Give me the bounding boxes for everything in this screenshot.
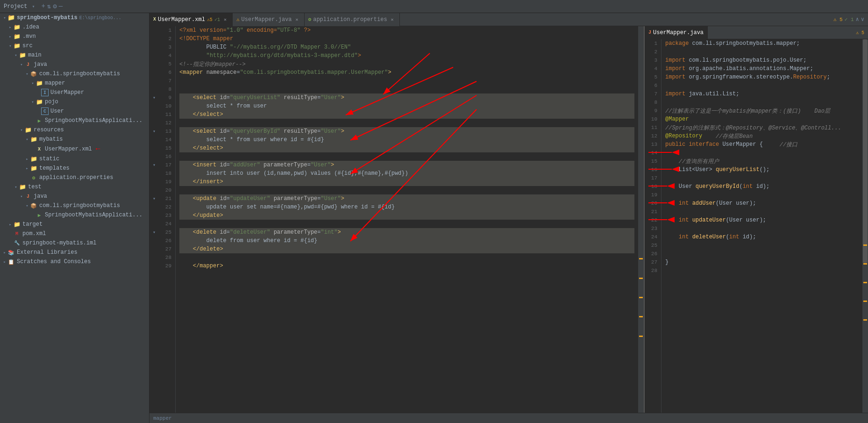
java-line-num-28: 28 [648,266,657,275]
sidebar-item-test-app[interactable]: ▶ SpringbootMybatisApplicati... [0,210,149,220]
tab-close-button[interactable]: ✕ [389,16,396,23]
java-line-num-24: 24 [648,233,657,241]
line-num-10: 10 [163,102,171,110]
dropdown-arrow[interactable]: ▾ [32,4,35,9]
sidebar-item-test-java[interactable]: J java [0,192,149,201]
sidebar-item-test-package[interactable]: 📦 com.li.springbootmybatis [0,201,149,210]
sidebar-item-usermapper-java[interactable]: I UserMapper [0,88,149,97]
xml-code-editor[interactable]: ▾ ▾ ▾ ▾ [149,26,644,413]
code-line-5: <!--指定你的mapper--> [179,60,634,68]
sidebar-item-java[interactable]: J java [0,60,149,69]
folder-icon: 📁 [13,42,21,50]
sidebar-item-mvn[interactable]: 📁 .mvn [0,32,149,41]
gutter-fold-21[interactable]: ▾ [149,194,159,203]
code-line-13: <select id="queryUserById" resultType="U… [179,127,634,136]
warning-marker-1 [639,258,643,259]
xml-icon: M [13,230,21,237]
scratch-icon: 📋 [7,258,15,265]
sidebar-item-static[interactable]: 📁 static [0,154,149,164]
sidebar-item-target[interactable]: 📁 target [0,220,149,229]
java-code-editor[interactable]: 1 2 3 4 5 6 7 8 9 10 11 12 13 [645,39,868,413]
java-code-lines[interactable]: package com.li.springbootmybatis.mapper;… [662,39,862,413]
xml-scrollbar[interactable] [638,26,644,413]
java-line-17 [665,174,859,182]
nav-up[interactable]: ∧ [856,16,859,23]
code-line-20 [179,186,634,194]
sidebar-item-label: static [39,156,59,162]
warning-marker-4 [639,316,643,317]
tab-usermapper-java[interactable]: ⚠ UserMapper.java ✕ [233,13,305,26]
minimize-icon[interactable]: — [59,2,63,10]
java-line-28 [665,266,859,275]
sidebar-item-mybatis-folder[interactable]: 📁 mybatis [0,135,149,144]
gutter-fold-17[interactable]: ▾ [149,161,159,169]
line-num-14: 14 [163,136,171,144]
sidebar-item-mapper-folder[interactable]: 📁 mapper [0,79,149,88]
sidebar-item-package[interactable]: 📦 com.li.springbootmybatis [0,69,149,79]
sidebar-item-springboot-mybatis[interactable]: 📁 springboot-mybatis E:\springboo... [0,13,149,22]
arrow-icon [7,222,13,227]
java-scrollbar[interactable] [862,39,868,413]
sidebar-item-pom[interactable]: M pom.xml [0,229,149,238]
sidebar-item-label: java [34,193,47,200]
gutter-fold-13[interactable]: ▾ [149,127,159,136]
sidebar[interactable]: 📁 springboot-mybatis E:\springboo... 📁 .… [0,13,149,423]
java-line-num-17: 17 [648,174,657,182]
add-icon[interactable]: + [41,2,45,10]
tab-close-button[interactable]: ✕ [294,16,300,23]
gutter-line-16 [149,152,159,161]
folder-icon: 📁 [30,165,37,172]
line-num-22: 22 [163,203,171,211]
xml-file-icon: X [36,145,43,153]
code-line-9: <select id="queryUserList" resultType="U… [179,93,634,102]
gutter-fold-9[interactable]: ▾ [149,93,159,102]
gutter-line-23 [149,211,159,220]
java-line-23 [665,224,859,233]
java-line-24: int deleteUser(int id); [665,233,859,241]
sidebar-item-scratches[interactable]: 📋 Scratches and Consoles [0,257,149,266]
xml-code-lines[interactable]: <?xml version="1.0" encoding="UTF-8" ?> … [176,26,638,413]
right-tab-usermapper-java[interactable]: J UserMapper.java [645,26,708,39]
sidebar-item-user-class[interactable]: C User [0,107,149,116]
nav-down[interactable]: ∨ [861,16,864,23]
sidebar-item-resources[interactable]: 📁 resources [0,125,149,135]
code-line-7 [179,77,634,85]
sidebar-item-iml[interactable]: 🔧 springboot-mybatis.iml [0,238,149,248]
java-line-20: int addUser(User user); [665,199,859,208]
gutter-line-24 [149,220,159,228]
sidebar-item-app-properties[interactable]: ⚙ application.properties [0,173,149,182]
line-num-27: 27 [163,245,171,253]
sidebar-item-label: java [34,61,47,68]
sidebar-item-usermapper-xml[interactable]: X UserMapper.xml ← [0,144,149,154]
arrow-icon [7,240,13,246]
tab-application-properties[interactable]: ⚙ application.properties ✕ [305,13,400,26]
java-line-12: @Repository //存储层Bean [665,132,859,140]
sidebar-item-springboot-app[interactable]: ▶ SpringbootMybatisApplicati... [0,116,149,125]
sidebar-item-label: pom.xml [22,230,46,237]
code-line-16 [179,152,634,161]
sidebar-item-templates[interactable]: 📁 templates [0,164,149,173]
sidebar-item-pojo[interactable]: 📁 pojo [0,97,149,107]
java-line-1: package com.li.springbootmybatis.mapper; [665,39,859,48]
settings-icon[interactable]: ⚙ [53,2,57,10]
gutter-line-29 [149,262,159,270]
sidebar-item-src[interactable]: 📁 src [0,41,149,50]
tab-usermapper-xml[interactable]: X UserMapper.xml ⚠5 ✓1 ✕ [149,13,233,26]
code-line-15: </select> [179,144,634,152]
sync-icon[interactable]: ⇅ [47,2,51,10]
gutter-line-2 [149,35,159,43]
sidebar-item-idea[interactable]: 📁 .idea [0,22,149,32]
java-line-19 [665,191,859,199]
sidebar-item-test[interactable]: 📁 test [0,182,149,192]
sidebar-item-external-libs[interactable]: 📚 External Libraries [0,248,149,257]
gutter-fold-25[interactable]: ▾ [149,228,159,237]
tab-close-button[interactable]: ✕ [222,16,228,23]
gutter-line-4 [149,51,159,60]
code-line-6: <mapper namespace="com.li.springbootmyba… [179,68,634,77]
project-label: Project [4,3,27,10]
editor-status: ⚠ 5 ✓ 1 ∧ ∨ [833,16,868,23]
sidebar-item-main[interactable]: 📁 main [0,50,149,60]
java-line-22: int updateUser(User user); [665,216,859,224]
java-line-num-8: 8 [648,98,657,107]
java-line-16: List<User> queryUserList(); [665,165,859,174]
